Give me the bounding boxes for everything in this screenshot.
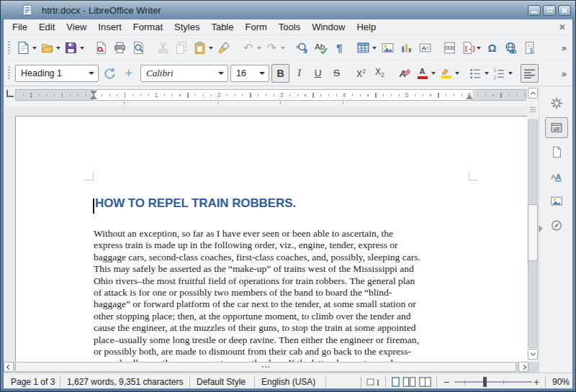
menu-file[interactable]: File bbox=[6, 20, 33, 34]
split-window-handle[interactable] bbox=[530, 107, 536, 114]
ordered-list-button[interactable]: 12 bbox=[491, 64, 514, 83]
insert-field-button[interactable]: [-] bbox=[459, 39, 482, 58]
dropdown-arrow-icon[interactable] bbox=[257, 47, 261, 50]
zoom-slider-handle[interactable] bbox=[483, 377, 487, 387]
selection-mode-icon[interactable]: I bbox=[366, 377, 382, 387]
formatting-toolbar-overflow-button[interactable]: » bbox=[559, 67, 570, 81]
dropdown-arrow-icon[interactable] bbox=[281, 47, 285, 50]
single-page-view-button[interactable] bbox=[391, 376, 400, 388]
menu-styles[interactable]: Styles bbox=[168, 20, 205, 34]
toolbar-grip[interactable] bbox=[8, 66, 10, 81]
find-and-replace-button[interactable]: ad bbox=[293, 39, 311, 58]
menu-view[interactable]: View bbox=[60, 20, 92, 34]
tab-stop-selector[interactable] bbox=[6, 90, 14, 97]
print-preview-button[interactable] bbox=[130, 39, 148, 58]
spelling-button[interactable]: Ab bbox=[312, 39, 330, 58]
menu-window[interactable]: Window bbox=[306, 20, 351, 34]
dropdown-arrow-icon[interactable] bbox=[80, 47, 84, 50]
horizontal-scrollbar[interactable] bbox=[4, 362, 539, 373]
menu-table[interactable]: Table bbox=[205, 20, 239, 34]
sidebar-settings-tab[interactable] bbox=[545, 93, 568, 114]
clone-formatting-button[interactable] bbox=[215, 39, 233, 58]
multi-page-view-button[interactable] bbox=[402, 376, 416, 388]
font-color-button[interactable]: A bbox=[414, 64, 437, 83]
unordered-list-button[interactable] bbox=[467, 64, 490, 83]
insert-table-button[interactable] bbox=[355, 39, 378, 58]
dropdown-arrow-icon[interactable] bbox=[455, 72, 459, 75]
insert-image-button[interactable] bbox=[379, 39, 397, 58]
menu-tools[interactable]: Tools bbox=[273, 20, 306, 34]
navigator-tab[interactable] bbox=[545, 215, 568, 236]
left-indent-marker[interactable] bbox=[90, 95, 97, 99]
scroll-down-button[interactable] bbox=[528, 349, 538, 360]
dropdown-arrow-icon[interactable] bbox=[485, 72, 489, 75]
dropdown-arrow-icon[interactable] bbox=[431, 72, 436, 75]
horizontal-scroll-thumb[interactable] bbox=[15, 362, 516, 372]
new-style-button[interactable]: + bbox=[120, 64, 138, 83]
zoom-slider[interactable] bbox=[454, 381, 532, 383]
open-button[interactable] bbox=[39, 39, 62, 58]
chevron-down-icon[interactable] bbox=[256, 65, 269, 81]
scroll-right-button[interactable] bbox=[518, 362, 528, 372]
properties-tab[interactable] bbox=[545, 117, 568, 138]
minimize-button[interactable] bbox=[528, 5, 541, 16]
italic-button[interactable]: I bbox=[290, 64, 308, 83]
scroll-up-button[interactable] bbox=[528, 88, 538, 99]
vertical-scroll-thumb[interactable] bbox=[528, 204, 538, 261]
print-button[interactable] bbox=[111, 39, 129, 58]
maximize-button[interactable] bbox=[543, 5, 556, 16]
font-size-combo[interactable]: 16 bbox=[230, 65, 269, 82]
page-icon bbox=[550, 145, 563, 160]
insert-chart-button[interactable] bbox=[397, 39, 415, 58]
vertical-scrollbar[interactable] bbox=[527, 86, 539, 362]
chevron-down-icon[interactable] bbox=[85, 65, 98, 81]
highlight-color-button[interactable] bbox=[438, 64, 461, 83]
paragraph-style-combo[interactable]: Heading 1 bbox=[15, 65, 99, 82]
export-pdf-button[interactable] bbox=[92, 39, 110, 58]
dropdown-arrow-icon[interactable] bbox=[32, 47, 37, 50]
underline-button[interactable]: U bbox=[309, 64, 327, 83]
statusbar-divider bbox=[254, 376, 255, 388]
page[interactable]: HOW TO REPEL TRAIN ROBBERS. Without an e… bbox=[15, 116, 527, 362]
new-document-button[interactable] bbox=[15, 39, 38, 58]
sidebar-collapse-handle[interactable] bbox=[539, 225, 543, 232]
close-button[interactable] bbox=[558, 5, 571, 16]
insert-text-box-button[interactable]: A bbox=[416, 39, 434, 58]
dropdown-arrow-icon[interactable] bbox=[56, 47, 60, 50]
clear-formatting-button[interactable]: A bbox=[395, 64, 413, 83]
menu-format[interactable]: Format bbox=[127, 20, 168, 34]
align-left-button[interactable] bbox=[521, 64, 539, 83]
page-break-button[interactable] bbox=[441, 39, 459, 58]
dropdown-arrow-icon[interactable] bbox=[477, 47, 481, 50]
menu-insert[interactable]: Insert bbox=[92, 20, 127, 34]
right-indent-marker[interactable] bbox=[466, 95, 473, 99]
save-button[interactable] bbox=[63, 39, 86, 58]
paste-button[interactable] bbox=[192, 39, 215, 58]
scroll-left-button[interactable] bbox=[4, 362, 14, 372]
page-tab[interactable] bbox=[545, 142, 568, 163]
standard-toolbar-overflow-button[interactable]: » bbox=[559, 41, 570, 55]
close-document-button[interactable] bbox=[559, 24, 565, 30]
document-text[interactable]: Without an exception, so far as I have e… bbox=[94, 228, 420, 362]
bold-button[interactable]: B bbox=[271, 64, 289, 83]
special-character-button[interactable]: Ω bbox=[483, 39, 501, 58]
dropdown-arrow-icon[interactable] bbox=[372, 47, 377, 50]
formatting-marks-button[interactable]: ¶ bbox=[330, 39, 348, 58]
insert-footnote-button[interactable]: 1 bbox=[521, 39, 539, 58]
menu-edit[interactable]: Edit bbox=[33, 20, 60, 34]
styles-tab[interactable]: AA bbox=[545, 166, 568, 187]
update-style-button[interactable] bbox=[101, 64, 119, 83]
subscript-button[interactable]: X2 bbox=[371, 64, 389, 83]
dropdown-arrow-icon[interactable] bbox=[209, 47, 213, 50]
hyperlink-button[interactable] bbox=[502, 39, 520, 58]
font-name-combo[interactable]: Calibri bbox=[140, 65, 228, 82]
superscript-button[interactable]: X2 bbox=[352, 64, 370, 83]
book-view-button[interactable] bbox=[418, 376, 432, 388]
dropdown-arrow-icon[interactable] bbox=[508, 72, 513, 75]
menu-form[interactable]: Form bbox=[239, 20, 272, 34]
strikethrough-button[interactable]: S bbox=[328, 64, 346, 83]
toolbar-grip[interactable] bbox=[8, 41, 10, 55]
chevron-down-icon[interactable] bbox=[215, 65, 228, 81]
gallery-tab[interactable] bbox=[545, 191, 568, 211]
menu-help[interactable]: Help bbox=[351, 20, 382, 34]
